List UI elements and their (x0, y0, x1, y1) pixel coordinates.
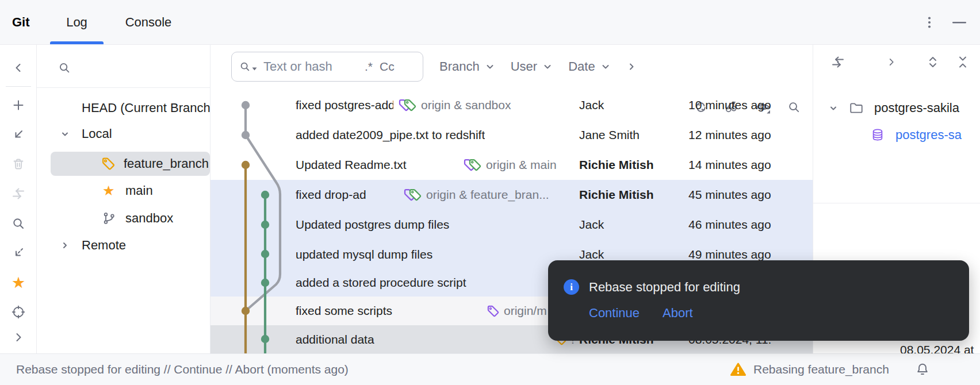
chevron-right-icon[interactable] (59, 239, 71, 252)
tab-log[interactable]: Log (50, 0, 104, 44)
options-kebab-button[interactable] (918, 11, 940, 33)
commit-author: Jack (579, 90, 604, 120)
star-favorite-icon: ★ (102, 184, 115, 198)
commit-row[interactable]: fixed drop-adorigin & feature_bran...Ric… (210, 180, 813, 210)
commit-date: 12 minutes ago (688, 120, 771, 150)
branch-item-feature-branch[interactable]: feature_branch (37, 151, 210, 177)
commit-refs: origin & sandbox (398, 90, 511, 120)
branch-group-label: Local (82, 121, 112, 147)
chevron-left-icon (11, 60, 26, 75)
log-search-box[interactable]: .* Cc (231, 52, 423, 82)
commit-date-text: 08.05.2024 at (900, 343, 974, 353)
tab-console[interactable]: Console (107, 0, 190, 44)
search-icon (11, 216, 26, 231)
favorites-button[interactable]: ★ (8, 272, 29, 293)
filter-branch[interactable]: Branch (439, 59, 495, 74)
commit-author: Richie Mitish (579, 180, 654, 210)
status-right-group: Rebasing feature_branch (730, 354, 930, 385)
ref-label: origin & feature_bran... (426, 188, 549, 202)
collapse-all-button[interactable] (951, 51, 974, 74)
expand-node-button[interactable] (880, 51, 903, 74)
expand-all-icon (925, 55, 940, 70)
branch-group-local[interactable]: Local (37, 121, 210, 147)
commit-message: added a stored procedure script (296, 269, 466, 297)
trash-icon (11, 157, 26, 172)
changed-files-root[interactable]: postgres-sakila (813, 95, 980, 121)
commit-author: Jane Smith (579, 120, 640, 150)
more-actions-button[interactable] (8, 327, 29, 348)
ref-label: origin & sandbox (421, 98, 511, 112)
branch-search-button[interactable] (54, 57, 75, 78)
compare-button[interactable] (826, 51, 849, 74)
tool-window-header: Git Log Console (0, 0, 980, 45)
changed-file-item[interactable]: postgres-sa (813, 122, 980, 148)
chevron-right-icon (11, 330, 26, 345)
filter-user-label: User (511, 59, 537, 74)
star-icon: ★ (12, 275, 25, 291)
tab-console-label: Console (125, 15, 172, 30)
collapse-graph-button[interactable] (8, 242, 29, 263)
status-bar: Rebase stopped for editing // Continue /… (0, 353, 980, 385)
log-search-input[interactable] (262, 59, 357, 75)
branch-group-label: Remote (82, 232, 126, 259)
commit-author: Jack (579, 210, 604, 240)
checkout-button[interactable] (8, 124, 29, 145)
tool-window-title: Git (12, 0, 30, 45)
status-message[interactable]: Rebase stopped for editing // Continue /… (16, 354, 349, 385)
commit-date: 14 minutes ago (688, 150, 771, 180)
arrow-down-left-icon (11, 127, 26, 142)
commit-row[interactable]: Updated postgres dump filesJack46 minute… (210, 210, 813, 240)
regex-toggle[interactable]: .* (365, 60, 373, 74)
chevron-down-icon (600, 61, 611, 72)
commit-date: 10 minutes ago (688, 90, 771, 120)
swap-arrows-icon (830, 55, 845, 70)
match-case-toggle[interactable]: Cc (380, 60, 395, 74)
chevron-down-icon[interactable] (59, 128, 71, 140)
commit-row[interactable]: Updated Readme.txtorigin & mainRichie Mi… (210, 150, 813, 180)
minimize-button[interactable] (948, 11, 970, 33)
active-tab-indicator (50, 41, 104, 44)
commit-refs: origin/m (487, 297, 547, 325)
delete-button[interactable] (8, 154, 29, 175)
commit-refs: origin & feature_bran... (403, 180, 549, 210)
filter-user[interactable]: User (511, 59, 553, 74)
minimize-icon (951, 15, 968, 30)
tags-icon (403, 188, 422, 202)
folder-label: postgres-sakila (874, 95, 959, 121)
compare-button[interactable] (8, 183, 29, 204)
notifications-button[interactable] (915, 362, 930, 377)
commit-message: Updated postgres dump files (296, 210, 449, 240)
commit-row[interactable]: added date2009_pipe.txt to redshiftJane … (210, 120, 813, 150)
crosshair-icon (11, 305, 26, 319)
kebab-menu-icon (922, 15, 937, 30)
new-branch-button[interactable] (8, 95, 29, 116)
go-to-hash-button[interactable] (8, 302, 29, 322)
tag-icon (487, 305, 500, 318)
branch-item-sandbox[interactable]: sandbox (37, 205, 210, 232)
search-everywhere-button[interactable] (8, 213, 29, 234)
commit-author: Richie Mitish (579, 150, 654, 180)
git-tool-window: Git Log Console (0, 0, 980, 385)
chevron-down-icon[interactable] (827, 102, 840, 114)
expand-all-button[interactable] (921, 51, 944, 74)
more-filters-button[interactable] (626, 61, 637, 72)
commit-refs: origin & main (463, 150, 557, 180)
commit-row[interactable]: fixed postgres-addiorigin & sandboxJack1… (210, 90, 813, 120)
chevron-right-icon (626, 61, 637, 72)
branch-item-main[interactable]: ★ main (37, 178, 210, 204)
filter-date[interactable]: Date (568, 59, 610, 74)
abort-button[interactable]: Abort (663, 306, 693, 321)
branch-group-remote[interactable]: Remote (37, 232, 210, 259)
hide-panel-button[interactable] (8, 57, 29, 78)
continue-button[interactable]: Continue (589, 306, 640, 321)
search-icon (58, 61, 71, 75)
search-icon (239, 61, 251, 72)
tags-icon (463, 158, 482, 172)
commit-message: fixed drop-ad (296, 180, 366, 210)
branch-item-head[interactable]: HEAD (Current Branch (37, 95, 210, 121)
swap-arrows-icon (11, 186, 26, 201)
search-options-caret-icon[interactable] (252, 67, 257, 71)
changed-file-label: postgres-sa (895, 122, 962, 148)
chevron-right-icon (885, 55, 898, 69)
chevron-down-icon (542, 61, 553, 72)
